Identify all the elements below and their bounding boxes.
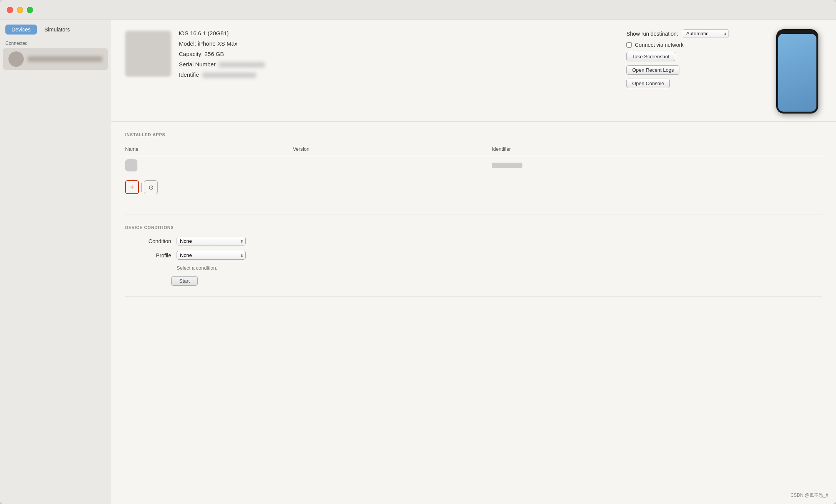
app-id-placeholder — [492, 163, 522, 168]
take-screenshot-button[interactable]: Take Screenshot — [626, 52, 675, 61]
phone-screen — [778, 34, 816, 112]
traffic-lights — [7, 7, 33, 13]
device-avatar — [8, 51, 24, 67]
device-identifier: Identifie — [179, 71, 611, 79]
start-button[interactable]: Start — [171, 276, 198, 286]
condition-select-wrapper: None — [177, 237, 246, 245]
sidebar-device-item[interactable] — [3, 48, 108, 70]
device-controls: Show run destination: Automatic Connect … — [626, 29, 757, 88]
tab-devices[interactable]: Devices — [5, 25, 37, 35]
profile-label: Profile — [125, 252, 171, 259]
device-info: iOS 16.6.1 (20G81) Model: iPhone XS Max … — [179, 29, 611, 81]
run-destination-select[interactable]: Automatic — [683, 29, 729, 38]
phone-illustration — [772, 29, 822, 114]
device-conditions-section: DEVICE CONDITIONS Condition None Profile… — [111, 214, 836, 296]
col-version: Version — [293, 144, 492, 156]
app-version-cell — [293, 156, 492, 176]
run-destination-dropdown-wrapper: Automatic — [683, 29, 729, 38]
app-icon — [125, 159, 137, 171]
table-row — [125, 156, 822, 176]
installed-apps-title: INSTALLED APPS — [125, 132, 822, 137]
content-area: Devices Simulators Connected iOS 16.6.1 … — [0, 20, 836, 504]
sidebar-tabs: Devices Simulators — [0, 20, 111, 38]
device-name — [28, 56, 102, 62]
condition-hint: Select a condition. — [177, 265, 292, 271]
phone-notch — [790, 29, 805, 34]
toolbar-divider — [141, 183, 142, 192]
col-name: Name — [125, 144, 293, 156]
options-button[interactable]: ⊙ — [144, 180, 158, 194]
connect-via-network-label: Connect via network — [635, 42, 684, 48]
add-app-button[interactable]: + — [125, 180, 139, 194]
close-button[interactable] — [7, 7, 13, 13]
run-destination-label: Show run destination: — [626, 31, 678, 37]
main-content: iOS 16.6.1 (20G81) Model: iPhone XS Max … — [111, 20, 836, 504]
device-model: Model: iPhone XS Max — [179, 40, 611, 48]
ios-version: iOS 16.6.1 (20G81) — [179, 29, 611, 37]
footer-text: CSDN @瓜不愁_# — [790, 492, 828, 498]
col-identifier: Identifier — [492, 144, 822, 156]
conditions-grid: Condition None Profile None Select a con… — [125, 237, 822, 271]
open-console-button[interactable]: Open Console — [626, 79, 670, 88]
connected-label: Connected — [0, 38, 111, 48]
installed-apps-section: INSTALLED APPS Name Version Identifier — [111, 122, 836, 214]
app-identifier-cell — [492, 156, 822, 176]
xcode-devices-window: Devices Simulators Connected iOS 16.6.1 … — [0, 0, 836, 504]
run-destination-row: Show run destination: Automatic — [626, 29, 757, 38]
condition-select[interactable]: None — [177, 237, 246, 245]
start-button-row: Start — [125, 275, 822, 286]
open-recent-logs-button[interactable]: Open Recent Logs — [626, 65, 679, 75]
app-icon-cell — [125, 156, 293, 176]
device-conditions-title: DEVICE CONDITIONS — [125, 225, 822, 230]
phone-body — [776, 29, 818, 114]
connect-via-network-checkbox[interactable] — [626, 42, 632, 48]
connect-via-network-row: Connect via network — [626, 42, 757, 48]
footer: CSDN @瓜不愁_# — [790, 492, 828, 499]
device-thumbnail — [125, 31, 171, 77]
device-serial: Serial Number — [179, 60, 611, 68]
tab-simulators[interactable]: Simulators — [38, 25, 76, 35]
maximize-button[interactable] — [27, 7, 33, 13]
titlebar — [0, 0, 836, 20]
apps-table: Name Version Identifier — [125, 144, 822, 176]
table-toolbar: + ⊙ — [125, 176, 822, 203]
device-capacity: Capacity: 256 GB — [179, 50, 611, 58]
profile-select[interactable]: None — [177, 251, 246, 260]
profile-select-wrapper: None — [177, 251, 246, 260]
section-divider-2 — [125, 296, 822, 297]
minimize-button[interactable] — [17, 7, 23, 13]
device-header: iOS 16.6.1 (20G81) Model: iPhone XS Max … — [111, 20, 836, 122]
condition-label: Condition — [125, 238, 171, 244]
sidebar: Devices Simulators Connected — [0, 20, 111, 504]
